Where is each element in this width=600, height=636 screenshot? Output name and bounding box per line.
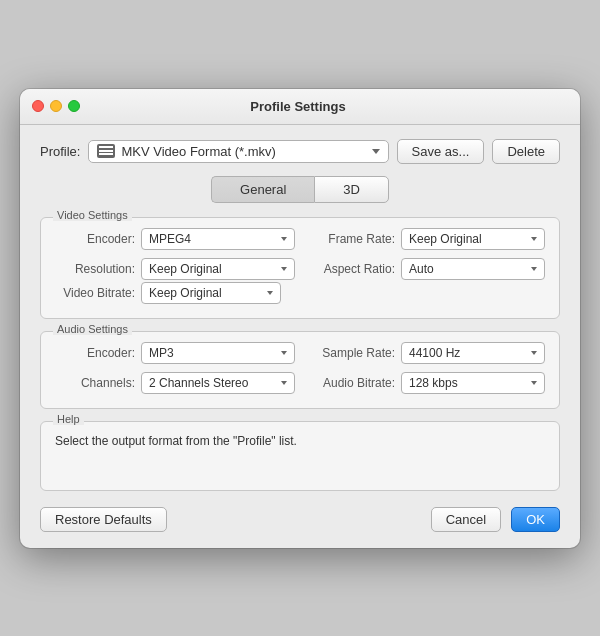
audio-bitrate-value: 128 kbps — [409, 376, 525, 390]
audio-settings-grid: Encoder: MP3 Sample Rate: 44100 Hz — [55, 342, 545, 394]
sample-rate-row: Sample Rate: 44100 Hz — [305, 342, 545, 364]
audio-bitrate-chevron-icon — [531, 381, 537, 385]
video-bitrate-value: Keep Original — [149, 286, 261, 300]
video-settings-section: Video Settings Encoder: MPEG4 Frame Rate… — [40, 217, 560, 319]
tab-general[interactable]: General — [211, 176, 314, 203]
profile-selected-value: MKV Video Format (*.mkv) — [121, 144, 365, 159]
audio-encoder-row: Encoder: MP3 — [55, 342, 295, 364]
sample-rate-dropdown[interactable]: 44100 Hz — [401, 342, 545, 364]
encoder-value: MPEG4 — [149, 232, 275, 246]
minimize-button[interactable] — [50, 100, 62, 112]
profile-row: Profile: MKV Video Format (*.mkv) Save a… — [40, 139, 560, 164]
traffic-lights — [32, 100, 80, 112]
aspect-ratio-chevron-icon — [531, 267, 537, 271]
video-bitrate-row: Video Bitrate: Keep Original — [55, 282, 545, 304]
sample-rate-chevron-icon — [531, 351, 537, 355]
save-as-button[interactable]: Save as... — [397, 139, 485, 164]
audio-encoder-value: MP3 — [149, 346, 275, 360]
aspect-ratio-label: Aspect Ratio: — [305, 262, 395, 276]
video-bitrate-chevron-icon — [267, 291, 273, 295]
help-section-label: Help — [53, 413, 84, 425]
window-content: Profile: MKV Video Format (*.mkv) Save a… — [20, 125, 580, 548]
audio-encoder-label: Encoder: — [55, 346, 135, 360]
window-title: Profile Settings — [250, 99, 345, 114]
audio-encoder-chevron-icon — [281, 351, 287, 355]
sample-rate-value: 44100 Hz — [409, 346, 525, 360]
aspect-ratio-value: Auto — [409, 262, 525, 276]
maximize-button[interactable] — [68, 100, 80, 112]
profile-settings-window: Profile Settings Profile: MKV Video Form… — [20, 89, 580, 548]
encoder-row: Encoder: MPEG4 — [55, 228, 295, 250]
resolution-value: Keep Original — [149, 262, 275, 276]
audio-settings-label: Audio Settings — [53, 323, 132, 335]
tabs-row: General 3D — [40, 176, 560, 203]
channels-dropdown[interactable]: 2 Channels Stereo — [141, 372, 295, 394]
resolution-dropdown[interactable]: Keep Original — [141, 258, 295, 280]
video-settings-label: Video Settings — [53, 209, 132, 221]
cancel-button[interactable]: Cancel — [431, 507, 501, 532]
aspect-ratio-row: Aspect Ratio: Auto — [305, 258, 545, 280]
resolution-chevron-icon — [281, 267, 287, 271]
profile-dropdown-chevron — [372, 149, 380, 154]
close-button[interactable] — [32, 100, 44, 112]
help-section: Help Select the output format from the "… — [40, 421, 560, 491]
frame-rate-chevron-icon — [531, 237, 537, 241]
profile-label: Profile: — [40, 144, 80, 159]
bottom-right-buttons: Cancel OK — [431, 507, 560, 532]
resolution-label: Resolution: — [55, 262, 135, 276]
video-settings-grid: Encoder: MPEG4 Frame Rate: Keep Original — [55, 228, 545, 280]
resolution-row: Resolution: Keep Original — [55, 258, 295, 280]
channels-row: Channels: 2 Channels Stereo — [55, 372, 295, 394]
sample-rate-label: Sample Rate: — [305, 346, 395, 360]
delete-button[interactable]: Delete — [492, 139, 560, 164]
aspect-ratio-dropdown[interactable]: Auto — [401, 258, 545, 280]
frame-rate-value: Keep Original — [409, 232, 525, 246]
audio-bitrate-label: Audio Bitrate: — [305, 376, 395, 390]
ok-button[interactable]: OK — [511, 507, 560, 532]
audio-encoder-dropdown[interactable]: MP3 — [141, 342, 295, 364]
restore-defaults-button[interactable]: Restore Defaults — [40, 507, 167, 532]
encoder-chevron-icon — [281, 237, 287, 241]
bottom-row: Restore Defaults Cancel OK — [40, 507, 560, 532]
audio-bitrate-row: Audio Bitrate: 128 kbps — [305, 372, 545, 394]
video-bitrate-label: Video Bitrate: — [55, 286, 135, 300]
frame-rate-row: Frame Rate: Keep Original — [305, 228, 545, 250]
profile-file-icon — [97, 144, 115, 158]
encoder-dropdown[interactable]: MPEG4 — [141, 228, 295, 250]
channels-chevron-icon — [281, 381, 287, 385]
titlebar: Profile Settings — [20, 89, 580, 125]
channels-label: Channels: — [55, 376, 135, 390]
help-text: Select the output format from the "Profi… — [55, 432, 545, 450]
video-bitrate-dropdown[interactable]: Keep Original — [141, 282, 281, 304]
frame-rate-label: Frame Rate: — [305, 232, 395, 246]
audio-bitrate-dropdown[interactable]: 128 kbps — [401, 372, 545, 394]
tab-3d[interactable]: 3D — [314, 176, 389, 203]
frame-rate-dropdown[interactable]: Keep Original — [401, 228, 545, 250]
audio-settings-section: Audio Settings Encoder: MP3 Sample Rate:… — [40, 331, 560, 409]
channels-value: 2 Channels Stereo — [149, 376, 275, 390]
profile-dropdown[interactable]: MKV Video Format (*.mkv) — [88, 140, 388, 163]
encoder-label: Encoder: — [55, 232, 135, 246]
